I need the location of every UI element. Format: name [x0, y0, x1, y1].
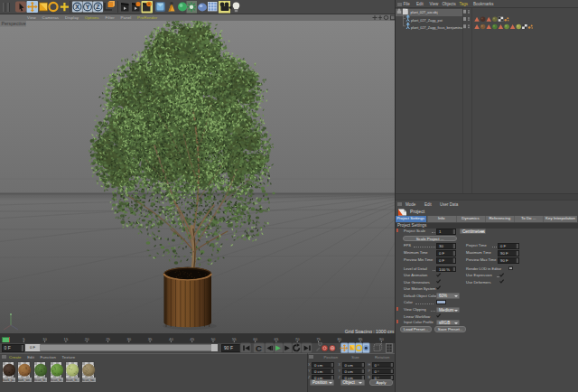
svg-text:plant_027_aio.obj: plant_027_aio.obj — [411, 11, 438, 14]
svg-text:50: 50 — [211, 337, 216, 341]
svg-text:plant_027_Zagg_ficus_benjamina: plant_027_Zagg_ficus_benjamina — [411, 26, 463, 30]
svg-text:C: C — [256, 343, 262, 353]
svg-text:90: 90 — [379, 337, 384, 341]
svg-text:65: 65 — [275, 337, 279, 341]
svg-text:ficus_le..: ficus_le.. — [51, 378, 63, 382]
svg-text:bark_ja..: bark_ja.. — [3, 378, 15, 382]
svg-text:ficus_le..: ficus_le.. — [34, 378, 47, 382]
svg-text:25: 25 — [106, 337, 110, 341]
svg-text:70: 70 — [295, 337, 300, 341]
svg-text:plant_027_Zagg_pot: plant_027_Zagg_pot — [411, 19, 443, 23]
svg-text:55: 55 — [232, 337, 237, 341]
svg-text:80: 80 — [337, 337, 341, 341]
svg-text:15: 15 — [64, 337, 69, 341]
svg-text:35: 35 — [148, 337, 153, 341]
svg-text:10: 10 — [42, 337, 47, 341]
svg-text:45: 45 — [190, 337, 194, 341]
svg-text:Y: Y — [86, 4, 90, 10]
svg-text:60: 60 — [253, 337, 257, 341]
svg-text:5: 5 — [23, 337, 25, 341]
svg-text:bark_we..: bark_we.. — [18, 378, 32, 382]
svg-text:40: 40 — [169, 337, 173, 341]
svg-text:ficus_tw..: ficus_tw.. — [82, 378, 96, 382]
svg-text:30: 30 — [126, 337, 131, 341]
svg-text:Perspective: Perspective — [2, 21, 26, 26]
svg-text:Z: Z — [96, 4, 100, 10]
svg-text:X: X — [75, 4, 79, 10]
svg-text:75: 75 — [316, 337, 321, 341]
svg-text:20: 20 — [85, 337, 89, 341]
svg-text:ficus_le..: ficus_le.. — [66, 378, 79, 382]
svg-text:85: 85 — [359, 337, 363, 341]
